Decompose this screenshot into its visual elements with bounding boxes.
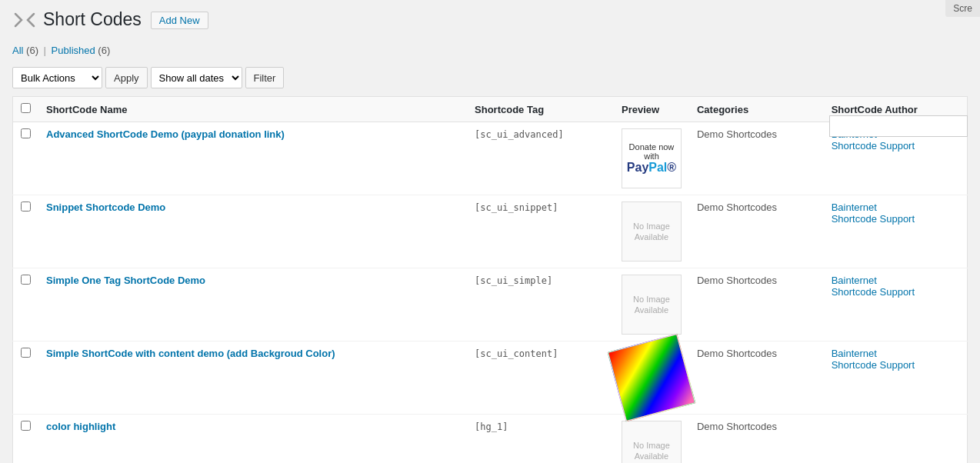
screen-options-button[interactable]: Scre bbox=[945, 0, 980, 17]
row-preview-cell: Donate now with PayPal® bbox=[614, 122, 689, 195]
search-input[interactable] bbox=[829, 115, 968, 137]
row-name-cell: Simple One Tag ShortCode Demo bbox=[38, 268, 467, 341]
search-box bbox=[829, 115, 968, 137]
shortcode-tag: [sc_ui_advanced] bbox=[475, 129, 564, 140]
preview-thumbnail: No Image Available bbox=[622, 275, 682, 335]
no-image-text: No Image Available bbox=[622, 294, 681, 316]
preview-thumbnail: No Image Available bbox=[622, 202, 682, 261]
row-name-cell: Simple ShortCode with content demo (add … bbox=[38, 341, 467, 415]
page-title: Short Codes bbox=[43, 8, 142, 32]
row-tag-cell: [sc_ui_content] bbox=[467, 341, 614, 415]
content-area: All (6) | Published (6) Bulk Actions Edi… bbox=[0, 45, 980, 463]
row-checkbox[interactable] bbox=[21, 275, 31, 285]
shortcode-tag: [sc_ui_content] bbox=[475, 348, 558, 359]
col-header-categories: Categories bbox=[689, 97, 824, 122]
table-header-row: ShortCode Name Shortcode Tag Preview Cat… bbox=[13, 97, 968, 122]
author-support-link[interactable]: Shortcode Support bbox=[832, 140, 959, 152]
table-row: Simple One Tag ShortCode Demo[sc_ui_simp… bbox=[13, 268, 968, 341]
shortcode-tag: [hg_1] bbox=[475, 421, 508, 432]
author-name-link[interactable]: Bainternet bbox=[832, 275, 959, 286]
row-title-link[interactable]: Advanced ShortCode Demo (paypal donation… bbox=[46, 128, 285, 140]
row-checkbox[interactable] bbox=[21, 202, 31, 212]
table-row: color highlight[hg_1]No Image AvailableD… bbox=[13, 415, 968, 464]
tablenav: Bulk Actions Edit Move to Trash Apply Sh… bbox=[12, 62, 968, 93]
row-name-cell: Advanced ShortCode Demo (paypal donation… bbox=[38, 122, 467, 195]
filter-button[interactable]: Filter bbox=[245, 67, 285, 88]
row-checkbox-cell bbox=[13, 341, 39, 415]
table-row: Simple ShortCode with content demo (add … bbox=[13, 341, 968, 415]
row-title-link[interactable]: Simple ShortCode with content demo (add … bbox=[46, 348, 335, 359]
no-image-text: No Image Available bbox=[622, 440, 681, 462]
row-author-cell: BainternetShortcode Support bbox=[824, 341, 968, 415]
dates-select[interactable]: Show all dates bbox=[151, 67, 242, 88]
row-checkbox[interactable] bbox=[21, 348, 31, 358]
row-checkbox-cell bbox=[13, 268, 39, 341]
tablenav-left: Bulk Actions Edit Move to Trash Apply Sh… bbox=[12, 67, 284, 88]
shortcodes-table: ShortCode Name Shortcode Tag Preview Cat… bbox=[12, 96, 968, 463]
shortcode-tag: [sc_ui_snippet] bbox=[475, 202, 558, 213]
preview-thumbnail: Donate now with PayPal® bbox=[622, 128, 682, 188]
filter-separator: | bbox=[44, 45, 46, 56]
row-preview-cell: No Image Available bbox=[614, 415, 689, 464]
all-filter-link[interactable]: All bbox=[12, 45, 23, 56]
shortcodes-icon bbox=[12, 8, 37, 32]
wp-admin: Scre Short Codes Add New All (6) | Publi… bbox=[0, 0, 980, 463]
row-preview-cell: No Image Available bbox=[614, 268, 689, 341]
row-tag-cell: [sc_ui_snippet] bbox=[467, 195, 614, 268]
row-title-link[interactable]: Snippet Shortcode Demo bbox=[46, 202, 165, 213]
row-checkbox[interactable] bbox=[21, 128, 31, 138]
row-name-cell: color highlight bbox=[38, 415, 467, 464]
table-row: Snippet Shortcode Demo[sc_ui_snippet]No … bbox=[13, 195, 968, 268]
row-author-cell: BainternetShortcode Support bbox=[824, 195, 968, 268]
select-all-checkbox[interactable] bbox=[21, 103, 31, 113]
paypal-preview: Donate now with PayPal® bbox=[622, 136, 682, 181]
row-categories-cell: Demo Shortcodes bbox=[689, 195, 824, 268]
row-preview-cell: No Image Available bbox=[614, 195, 689, 268]
row-tag-cell: [hg_1] bbox=[467, 415, 614, 464]
row-categories-cell: Demo Shortcodes bbox=[689, 341, 824, 415]
row-author-cell: BainternetShortcode Support bbox=[824, 268, 968, 341]
row-checkbox[interactable] bbox=[21, 421, 31, 431]
row-name-cell: Snippet Shortcode Demo bbox=[38, 195, 467, 268]
author-support-link[interactable]: Shortcode Support bbox=[832, 213, 959, 225]
all-filter-item: All (6) | bbox=[12, 45, 52, 56]
published-filter-item: Published (6) bbox=[52, 45, 111, 56]
preview-thumbnail bbox=[608, 334, 696, 422]
author-support-link[interactable]: Shortcode Support bbox=[832, 286, 959, 298]
row-tag-cell: [sc_ui_simple] bbox=[467, 268, 614, 341]
apply-button[interactable]: Apply bbox=[105, 67, 148, 88]
author-name-link[interactable]: Bainternet bbox=[832, 202, 959, 213]
col-header-cb bbox=[13, 97, 39, 122]
row-title-link[interactable]: color highlight bbox=[46, 421, 115, 432]
no-image-text: No Image Available bbox=[622, 221, 681, 243]
row-categories-cell: Demo Shortcodes bbox=[689, 268, 824, 341]
col-header-name: ShortCode Name bbox=[38, 97, 467, 122]
shortcode-tag: [sc_ui_simple] bbox=[475, 275, 552, 286]
author-support-link[interactable]: Shortcode Support bbox=[832, 359, 959, 371]
row-categories-cell: Demo Shortcodes bbox=[689, 415, 824, 464]
row-checkbox-cell bbox=[13, 122, 39, 195]
page-header: Short Codes Add New bbox=[0, 0, 980, 38]
row-author-cell bbox=[824, 415, 968, 464]
all-count: (6) bbox=[26, 45, 38, 56]
paypal-brand: PayPal® bbox=[627, 161, 676, 175]
col-header-preview: Preview bbox=[614, 97, 689, 122]
author-name-link[interactable]: Bainternet bbox=[832, 348, 959, 359]
published-filter-link[interactable]: Published bbox=[52, 45, 95, 56]
add-new-button[interactable]: Add New bbox=[151, 12, 208, 29]
filter-links: All (6) | Published (6) bbox=[12, 45, 968, 56]
row-checkbox-cell bbox=[13, 195, 39, 268]
row-tag-cell: [sc_ui_advanced] bbox=[467, 122, 614, 195]
preview-thumbnail: No Image Available bbox=[622, 421, 682, 463]
bulk-actions-select[interactable]: Bulk Actions Edit Move to Trash bbox=[12, 67, 102, 88]
published-count: (6) bbox=[98, 45, 110, 56]
row-categories-cell: Demo Shortcodes bbox=[689, 122, 824, 195]
row-checkbox-cell bbox=[13, 415, 39, 464]
row-preview-cell bbox=[614, 341, 689, 415]
col-header-tag: Shortcode Tag bbox=[467, 97, 614, 122]
row-title-link[interactable]: Simple One Tag ShortCode Demo bbox=[46, 275, 205, 286]
table-row: Advanced ShortCode Demo (paypal donation… bbox=[13, 122, 968, 195]
